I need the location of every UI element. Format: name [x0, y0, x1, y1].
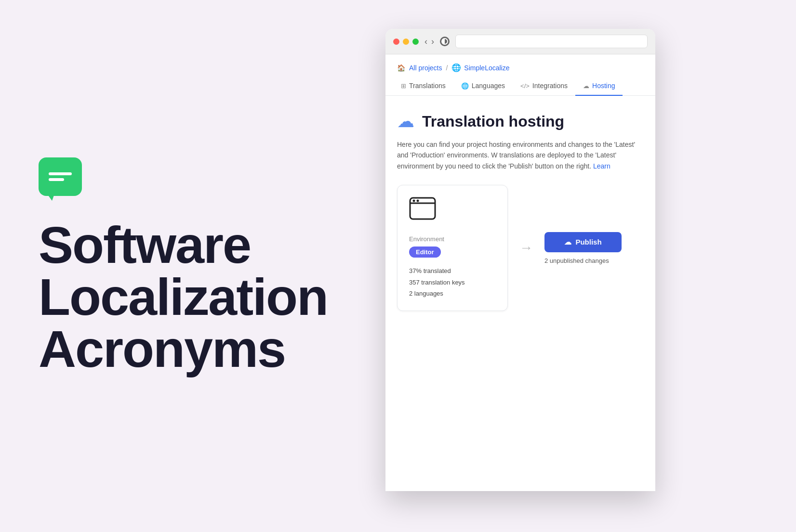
breadcrumb-project-name: SimpleLocalize [464, 64, 509, 72]
publish-column: ☁ Publish 2 unpublished changes [544, 232, 622, 264]
close-button[interactable] [393, 39, 399, 45]
left-panel: Software Localization Acronyms [0, 0, 376, 532]
heading-line-1: Software [39, 216, 251, 274]
minimize-button[interactable] [403, 39, 409, 45]
breadcrumb: 🏠 All projects / 🌐 SimpleLocalize [385, 54, 655, 72]
description-text: Here you can find your project hosting e… [397, 139, 644, 171]
heading-line-3: Acronyms [39, 320, 285, 378]
page-title-row: ☁ Translation hosting [397, 111, 644, 131]
browser-chrome: ‹ › [385, 29, 655, 54]
languages-tab-label: Languages [472, 82, 505, 90]
env-badge: Editor [409, 247, 441, 258]
right-panel: ‹ › 🏠 All projects / 🌐 SimpleLocalize [376, 0, 796, 532]
languages-tab-icon: 🌐 [461, 82, 469, 90]
svg-point-2 [413, 200, 415, 202]
svg-point-3 [417, 200, 419, 202]
traffic-lights [393, 39, 419, 45]
breadcrumb-all-projects[interactable]: All projects [409, 64, 442, 72]
globe-icon: 🌐 [451, 63, 461, 72]
heading-line-2: Localization [39, 268, 328, 326]
app-logo [39, 157, 82, 196]
tab-translations[interactable]: ⊞ Translations [393, 76, 453, 95]
nav-arrows: ‹ › [425, 37, 434, 47]
nav-tabs: ⊞ Translations 🌐 Languages </> Integrati… [385, 76, 655, 96]
translations-tab-icon: ⊞ [401, 82, 406, 90]
logo-line-2 [49, 178, 64, 181]
browser-window: ‹ › 🏠 All projects / 🌐 SimpleLocalize [385, 29, 655, 491]
forward-arrow[interactable]: › [431, 37, 434, 47]
integrations-tab-label: Integrations [532, 82, 568, 90]
environment-card: Environment Editor 37% translated 357 tr… [397, 185, 508, 311]
address-bar[interactable] [455, 35, 648, 48]
publish-button[interactable]: ☁ Publish [544, 232, 622, 252]
back-arrow[interactable]: ‹ [425, 37, 427, 47]
breadcrumb-project: 🌐 SimpleLocalize [451, 63, 509, 72]
logo-lines [49, 172, 72, 181]
env-label: Environment [409, 235, 496, 243]
learn-more-link[interactable]: Learn [593, 162, 610, 170]
page-title: Translation hosting [422, 113, 564, 130]
env-card-row: Environment Editor 37% translated 357 tr… [397, 185, 644, 311]
translations-tab-label: Translations [409, 82, 446, 90]
maximize-button[interactable] [412, 39, 419, 45]
half-moon-icon [441, 38, 448, 45]
breadcrumb-separator: / [446, 64, 448, 72]
env-card-icon [409, 197, 496, 222]
browser-window-icon [409, 197, 436, 220]
stat-languages: 2 languages [409, 288, 496, 299]
unpublished-changes-text: 2 unpublished changes [544, 257, 609, 264]
env-stats: 37% translated 357 translation keys 2 la… [409, 265, 496, 299]
theme-toggle-button[interactable] [440, 37, 450, 46]
publish-cloud-icon: ☁ [564, 238, 571, 247]
hosting-tab-icon: ☁ [583, 82, 589, 90]
stat-keys: 357 translation keys [409, 277, 496, 288]
publish-button-label: Publish [575, 238, 601, 246]
breadcrumb-home-icon: 🏠 [397, 64, 405, 72]
arrow-right-icon: → [519, 240, 533, 256]
main-heading: Software Localization Acronyms [39, 219, 337, 375]
hosting-tab-label: Hosting [592, 82, 615, 90]
tab-hosting[interactable]: ☁ Hosting [575, 76, 623, 95]
page-content: ☁ Translation hosting Here you can find … [385, 96, 655, 491]
cloud-icon-large: ☁ [397, 111, 414, 131]
tab-integrations[interactable]: </> Integrations [513, 76, 575, 95]
browser-content: 🏠 All projects / 🌐 SimpleLocalize ⊞ Tran… [385, 54, 655, 491]
integrations-tab-icon: </> [520, 82, 530, 90]
tab-languages[interactable]: 🌐 Languages [453, 76, 513, 95]
logo-line-1 [49, 172, 72, 175]
stat-translated: 37% translated [409, 265, 496, 276]
